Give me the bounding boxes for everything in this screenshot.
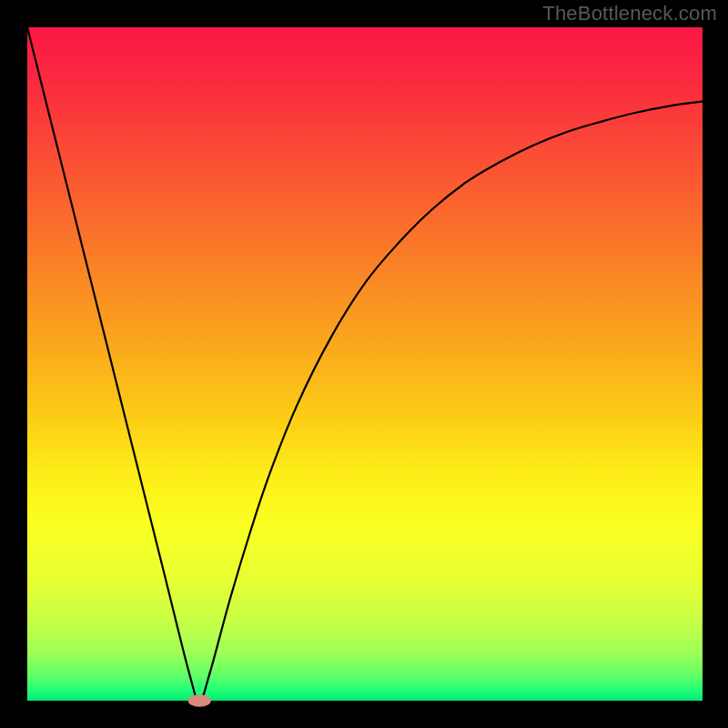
chart-frame: TheBottleneck.com	[0, 0, 728, 728]
optimal-marker	[188, 694, 211, 706]
watermark-text: TheBottleneck.com	[542, 2, 717, 25]
bottleneck-chart	[0, 0, 728, 728]
plot-gradient-background	[27, 27, 703, 701]
